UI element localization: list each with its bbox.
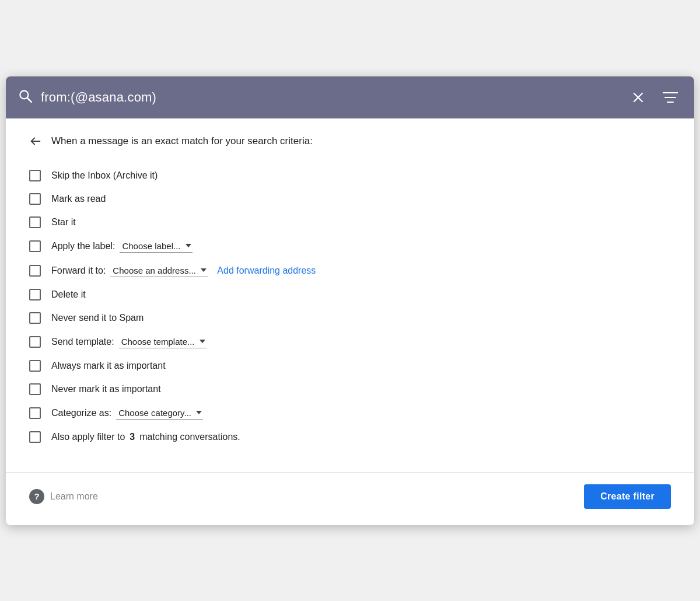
send-template-label: Send template: Choose template... [51,336,206,348]
never-important-label: Never mark it as important [51,384,161,394]
learn-more-link[interactable]: Learn more [50,491,98,502]
star-it-label: Star it [51,217,76,228]
dialog-header: from:(@asana.com) [6,76,694,118]
option-categorize: Categorize as: Choose category... Primar… [29,401,671,425]
search-icon [18,88,33,107]
mark-as-read-label: Mark as read [51,194,106,204]
option-apply-label: Apply the label: Choose label... Inbox S… [29,234,671,258]
category-dropdown[interactable]: Choose category... Primary Social Promot… [116,407,203,420]
dialog-footer: ? Learn more Create filter [6,472,694,525]
filter-options-list: Skip the Inbox (Archive it) Mark as read… [29,164,671,449]
never-spam-label: Never send it to Spam [51,313,144,323]
filter-dialog: from:(@asana.com) When a me [6,76,694,525]
forward-it-label: Forward it to: Choose an address... Add … [51,264,316,277]
skip-inbox-label: Skip the Inbox (Archive it) [51,170,158,181]
never-spam-checkbox[interactable] [29,312,41,324]
create-filter-button[interactable]: Create filter [584,484,671,509]
option-always-important: Always mark it as important [29,354,671,378]
categorize-checkbox[interactable] [29,407,41,419]
always-important-label: Always mark it as important [51,361,166,371]
apply-to-matching-label: Also apply filter to 3 matching conversa… [51,432,240,442]
option-skip-inbox: Skip the Inbox (Archive it) [29,164,671,187]
back-row: When a message is an exact match for you… [29,135,671,148]
star-it-checkbox[interactable] [29,216,41,228]
criteria-label: When a message is an exact match for you… [51,135,313,147]
help-icon[interactable]: ? [29,489,44,504]
close-icon[interactable] [626,86,650,109]
option-star-it: Star it [29,211,671,234]
always-important-checkbox[interactable] [29,360,41,372]
back-arrow-icon[interactable] [29,135,42,148]
option-mark-as-read: Mark as read [29,187,671,211]
dialog-content: When a message is an exact match for you… [6,118,694,466]
template-dropdown[interactable]: Choose template... [119,336,206,348]
matching-count: 3 [130,432,135,442]
option-forward-it: Forward it to: Choose an address... Add … [29,258,671,283]
send-template-checkbox[interactable] [29,336,41,348]
option-delete-it: Delete it [29,283,671,306]
apply-label-checkbox[interactable] [29,240,41,252]
add-forwarding-address-link[interactable]: Add forwarding address [217,265,316,276]
skip-inbox-checkbox[interactable] [29,170,41,181]
option-send-template: Send template: Choose template... [29,330,671,354]
option-never-spam: Never send it to Spam [29,306,671,330]
apply-label-label: Apply the label: Choose label... Inbox S… [51,240,192,253]
mark-as-read-checkbox[interactable] [29,193,41,205]
never-important-checkbox[interactable] [29,383,41,395]
forward-address-dropdown[interactable]: Choose an address... [110,264,208,277]
learn-more-group: ? Learn more [29,489,98,504]
apply-to-matching-checkbox[interactable] [29,431,41,443]
option-apply-to-matching: Also apply filter to 3 matching conversa… [29,425,671,449]
forward-it-checkbox[interactable] [29,265,41,277]
categorize-label: Categorize as: Choose category... Primar… [51,407,203,420]
label-dropdown[interactable]: Choose label... Inbox Starred Important … [120,240,192,253]
svg-line-1 [27,97,32,102]
delete-it-checkbox[interactable] [29,289,41,300]
search-query-text: from:(@asana.com) [41,90,618,105]
filter-options-icon[interactable] [658,86,682,109]
option-never-important: Never mark it as important [29,378,671,401]
delete-it-label: Delete it [51,289,86,300]
